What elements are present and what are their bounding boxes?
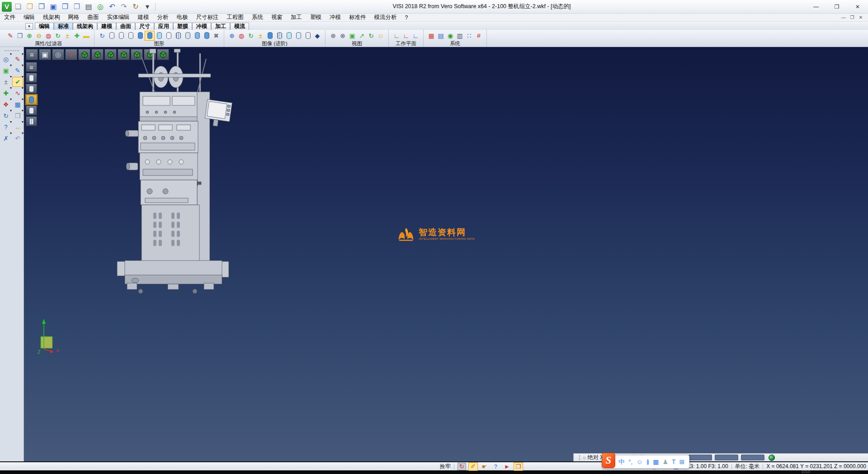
workplane-view-icon[interactable]: ∟ xyxy=(411,31,420,40)
menu-item[interactable]: 电极 xyxy=(173,14,192,21)
visibility-toggle-icon[interactable]: ± xyxy=(63,31,72,40)
advanced-show-icon[interactable]: ⊕ xyxy=(227,31,236,40)
workplane-xyz-icon[interactable]: ∟ xyxy=(392,31,401,40)
rotate-view-icon[interactable]: ↻ xyxy=(367,31,376,40)
ribbon-tab[interactable]: 曲面 xyxy=(116,23,135,30)
globe-icon[interactable] xyxy=(769,455,775,461)
view-axes-icon[interactable]: ✛ xyxy=(65,49,77,60)
snap-solid-icon[interactable]: ► xyxy=(503,463,511,470)
transparent-cylinder-icon[interactable] xyxy=(155,31,164,40)
render-mode-icon[interactable]: ☺ xyxy=(376,31,385,40)
advanced-filter-icon[interactable]: ◍ xyxy=(237,31,246,40)
hide-remove-icon[interactable]: ⊖ xyxy=(34,31,43,40)
dashed-cylinder-icon[interactable] xyxy=(126,31,135,40)
ime-mic-icon[interactable]: ≬ xyxy=(646,459,650,465)
menu-item[interactable]: 系统 xyxy=(248,14,267,21)
redo-icon[interactable]: ↷ xyxy=(118,1,129,12)
confirm-check-icon[interactable]: ✔ xyxy=(13,77,23,86)
sogou-logo[interactable]: S xyxy=(602,453,615,468)
zoom-1-1-icon[interactable]: ▣ xyxy=(348,31,357,40)
ribbon-tab[interactable]: 建模 xyxy=(97,23,116,30)
menu-item[interactable]: 实体编辑 xyxy=(103,14,134,21)
show-all-icon[interactable]: ✚ xyxy=(72,31,81,40)
advanced-refresh-icon[interactable]: ↻ xyxy=(246,31,255,40)
minimize-button[interactable]: — xyxy=(806,0,826,13)
menu-item[interactable]: 曲面 xyxy=(84,14,103,21)
smart-cursor-icon[interactable]: ✐ xyxy=(469,463,477,470)
shaded-cylinder-icon[interactable] xyxy=(136,31,145,40)
ribbon-tab[interactable]: 线架构 xyxy=(73,23,97,30)
status-grip[interactable] xyxy=(579,455,580,460)
view-zoom-icon[interactable]: ◎ xyxy=(52,49,64,60)
ime-toolbox-icon[interactable]: ⊞ xyxy=(679,459,685,465)
menu-item[interactable]: 文件 xyxy=(0,14,19,21)
save-icon[interactable]: ▣ xyxy=(48,1,59,12)
ribbon-tab[interactable]: 标准 xyxy=(54,23,73,30)
menu-item[interactable]: 加工 xyxy=(287,14,306,21)
hide-all-icon[interactable]: ▬ xyxy=(82,31,91,40)
show-add-icon[interactable]: ⊕ xyxy=(25,31,34,40)
filter-traffic-light-icon[interactable]: ◍ xyxy=(44,31,53,40)
layer-list-icon[interactable]: ≡ xyxy=(26,62,37,72)
solid-cube-icon[interactable]: ❒ xyxy=(13,111,23,120)
advanced-toggle-icon[interactable]: ± xyxy=(256,31,265,40)
selection-view-icon[interactable]: ◎ xyxy=(1,55,11,64)
menu-item[interactable]: 编辑 xyxy=(19,14,39,21)
outline-cylinder-icon[interactable] xyxy=(164,31,173,40)
cylinder-refresh-icon[interactable] xyxy=(193,31,202,40)
import-file-icon[interactable]: ❒ xyxy=(36,1,47,12)
zoom-dynamic-icon[interactable]: ± xyxy=(1,77,11,86)
pan-arrow-icon[interactable]: ↗ xyxy=(357,31,366,40)
units-readout[interactable]: 单位: 毫米 xyxy=(735,463,760,470)
3d-viewport[interactable]: ≡ ▣ xyxy=(24,47,868,461)
view-fit-icon[interactable]: ▣ xyxy=(39,49,51,60)
status-slot-3[interactable] xyxy=(741,455,764,460)
solid-view-cylinder-icon[interactable] xyxy=(265,31,274,40)
box-mode-icon[interactable]: ❒ xyxy=(514,463,523,470)
ribbon-tab[interactable]: 应用 xyxy=(154,23,173,30)
ribbon-tab[interactable]: 加工 xyxy=(211,23,230,30)
attribute-copy-icon[interactable]: ❐ xyxy=(15,31,24,40)
menu-item[interactable]: 线架构 xyxy=(39,14,64,21)
menu-item[interactable]: 网格 xyxy=(64,14,84,21)
menu-item[interactable]: 分析 xyxy=(153,14,173,21)
ghost-cylinder-icon[interactable] xyxy=(303,31,312,40)
new-file-icon[interactable]: ❏ xyxy=(13,1,24,12)
verified-cylinder-icon[interactable] xyxy=(284,31,293,40)
ime-emoji-icon[interactable]: ☺ xyxy=(637,459,643,465)
hidden-line-cylinder-icon[interactable] xyxy=(117,31,126,40)
mdi-close-button[interactable]: ✕ xyxy=(857,15,864,20)
zoom-extents-icon[interactable]: ⊗ xyxy=(338,31,347,40)
dock-grip-handle[interactable] xyxy=(5,50,19,51)
ribbon-tab[interactable]: 尺寸 xyxy=(135,23,154,30)
regenerate-icon[interactable]: ↻ xyxy=(1,111,11,120)
ribbon-tab[interactable]: 模流 xyxy=(230,23,249,30)
view-cube-bottom-icon[interactable] xyxy=(91,49,104,60)
wireframe-cylinder-icon[interactable] xyxy=(107,31,116,40)
workplane-entity-icon[interactable]: ∟ xyxy=(401,31,410,40)
ime-chinese-icon[interactable]: 中 xyxy=(618,459,625,465)
menu-item[interactable]: 工程图 xyxy=(223,14,248,21)
undo-back-icon[interactable]: ↶ xyxy=(13,134,23,143)
purge-trash-icon[interactable]: ✗ xyxy=(1,134,11,143)
menu-item[interactable]: 模流分析 xyxy=(370,14,401,21)
close-button[interactable]: ✕ xyxy=(847,0,868,13)
system-options-icon[interactable]: ◉ xyxy=(446,31,455,40)
attributes-palette-icon[interactable]: ❖ xyxy=(1,100,11,109)
graphics-settings-icon[interactable]: ✖ xyxy=(212,31,221,40)
windows-layout-icon[interactable]: ▦ xyxy=(13,100,23,109)
ime-account-icon[interactable]: ♟ xyxy=(663,459,669,465)
print-preview-icon[interactable]: ◎ xyxy=(95,1,106,12)
menu-item[interactable]: ? xyxy=(401,14,412,21)
save-as-icon[interactable]: ❐ xyxy=(60,1,71,12)
app-logo[interactable]: V xyxy=(2,2,12,12)
status-slot-1[interactable] xyxy=(689,455,712,460)
menu-item[interactable]: 冲模 xyxy=(326,14,345,21)
delete-pencil-icon[interactable]: ✎ xyxy=(13,55,23,64)
status-slot-2[interactable] xyxy=(715,455,738,460)
ime-keyboard-icon[interactable]: ▦ xyxy=(653,459,659,465)
undo-icon[interactable]: ↶ xyxy=(107,1,118,12)
profile-settings-icon[interactable]: ▥ xyxy=(455,31,464,40)
display-cylinder-3-icon[interactable] xyxy=(26,95,37,104)
striped-cylinder-icon[interactable] xyxy=(174,31,183,40)
